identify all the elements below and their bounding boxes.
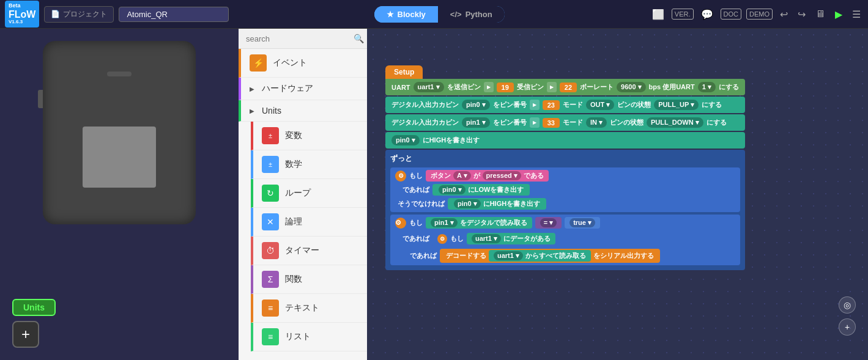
hardware-expand-arrow: ▶ <box>250 86 254 92</box>
uart-num-dropdown[interactable]: 1 ▾ <box>698 82 716 92</box>
pin1-read-dropdown[interactable]: pin1 ▾ <box>431 218 458 227</box>
uart-block[interactable]: UART uart1 ▾ を送信ピン ▸ 19 受信ピン ▸ 22 ボーレート … <box>385 79 745 95</box>
pull-down-dropdown[interactable]: PULL_DOWN ▾ <box>647 117 703 128</box>
then-low-block[interactable]: であれば pin0 ▾ にLOWを書き出す <box>402 184 735 196</box>
doc-icon[interactable]: DOC <box>721 9 741 20</box>
blockly-star-icon: ★ <box>387 10 394 19</box>
text-icon: ≡ <box>262 299 279 317</box>
mode-in-dropdown[interactable]: IN ▾ <box>586 117 607 128</box>
run-icon[interactable]: ▶ <box>833 7 845 21</box>
category-list: ⚡ イベント ▶ ハードウェア ▶ Units ± 変数 ± 数学 ↻ ル <box>239 49 367 360</box>
pin0-dropdown1[interactable]: pin0 ▾ <box>462 100 490 110</box>
btn-condition-block[interactable]: ボタン A ▾ が pressed ▾ である <box>426 170 549 182</box>
code-canvas[interactable]: Setup UART uart1 ▾ を送信ピン ▸ 19 受信ピン ▸ 22 … <box>367 29 868 360</box>
logo-beta: Beta <box>9 3 35 9</box>
baud-dropdown[interactable]: 9600 ▾ <box>617 82 646 92</box>
pin1-read-block[interactable]: pin1 ▾ をデジタルで読み取る <box>426 217 532 229</box>
eq-dropdown[interactable]: = ▾ <box>540 218 557 227</box>
logo-version: V1.6.3 <box>9 20 35 25</box>
uart1-read-dropdown[interactable]: uart1 ▾ <box>494 251 523 260</box>
editor-tab-group: ★ Blockly </> Python <box>374 6 505 23</box>
variables-icon: ± <box>262 127 279 144</box>
sidebar-item-text[interactable]: ≡ テキスト <box>251 294 367 323</box>
events-icon: ⚡ <box>250 54 267 72</box>
screen-icon[interactable]: 🖥 <box>813 7 828 21</box>
true-block[interactable]: true ▾ <box>565 217 600 229</box>
decode-block-row[interactable]: であれば デコードする uart1 ▾ からすべて読み取る をシリアル出力する <box>410 249 735 263</box>
device-preview <box>43 41 196 224</box>
menu-icon[interactable]: ☰ <box>850 7 863 21</box>
if-btn-header: ⚙ もし ボタン A ▾ が pressed ▾ である <box>395 170 735 182</box>
logo-flow: FLoW <box>9 9 35 20</box>
tab-python[interactable]: </> Python <box>438 6 505 23</box>
pin0-write-dropdown[interactable]: pin0 ▾ <box>391 135 420 145</box>
search-bar: 🔍 <box>239 29 367 49</box>
pin-num-33[interactable]: 33 <box>543 118 560 128</box>
pin-num-23[interactable]: 23 <box>543 100 560 110</box>
units-badge: Units <box>12 299 56 316</box>
pin0-high-block[interactable]: pin0 ▾ にHIGHを書き出す <box>385 132 745 149</box>
sidebar-item-units[interactable]: ▶ Units <box>239 100 367 122</box>
true-dropdown[interactable]: true ▾ <box>569 218 595 227</box>
tab-blockly[interactable]: ★ Blockly <box>374 6 438 23</box>
read-all-block[interactable]: uart1 ▾ からすべて読み取る <box>489 250 591 262</box>
zoom-in-button[interactable]: + <box>839 318 856 336</box>
pressed-dropdown[interactable]: pressed ▾ <box>483 171 521 180</box>
functions-icon: Σ <box>262 271 279 288</box>
search-icon[interactable]: 🔍 <box>354 34 364 43</box>
sidebar-item-events[interactable]: ⚡ イベント <box>239 49 367 78</box>
new-file-icon[interactable]: ⬜ <box>650 7 667 21</box>
locate-button[interactable]: ◎ <box>839 296 856 314</box>
forever-block[interactable]: ずっと ⚙ もし ボタン A ▾ が pressed ▾ である <box>385 150 745 270</box>
sidebar-item-hardware[interactable]: ▶ ハードウェア <box>239 78 367 100</box>
gear-icon3: ⚙ <box>437 234 447 244</box>
decode-block[interactable]: デコードする uart1 ▾ からすべて読み取る をシリアル出力する <box>440 249 660 263</box>
uart-data-block[interactable]: uart1 ▾ にデータがある <box>467 233 555 244</box>
then-inner-block[interactable]: であれば ⚙ もし uart1 ▾ にデータがある <box>402 231 735 246</box>
else-high-block[interactable]: そうでなければ pin0 ▾ にHIGHを書き出す <box>398 198 735 210</box>
sidebar-item-list[interactable]: ≡ リスト <box>251 323 367 351</box>
device-side-button <box>38 90 43 108</box>
add-unit-button[interactable]: + <box>12 321 39 348</box>
sidebar-item-math[interactable]: ± 数学 <box>251 150 367 179</box>
undo-icon[interactable]: ↩ <box>777 7 790 21</box>
pin1-dropdown[interactable]: pin1 ▾ <box>462 117 490 128</box>
pin0-high2-block[interactable]: pin0 ▾ にHIGHを書き出す <box>448 198 546 210</box>
pin0-low-block[interactable]: pin0 ▾ にLOWを書き出す <box>432 184 530 196</box>
btn-dropdown[interactable]: A ▾ <box>453 171 471 180</box>
sidebar-item-timer[interactable]: ⏱ タイマー <box>251 237 367 265</box>
sidebar-item-loop[interactable]: ↻ ループ <box>251 179 367 208</box>
pin0-low-dropdown[interactable]: pin0 ▾ <box>439 185 466 194</box>
redo-icon[interactable]: ↪ <box>795 7 808 21</box>
sidebar-item-variables[interactable]: ± 変数 <box>251 122 367 150</box>
pin0-else-dropdown[interactable]: pin0 ▾ <box>454 199 481 208</box>
uart1-data-dropdown[interactable]: uart1 ▾ <box>472 234 501 243</box>
mode-out-dropdown[interactable]: OUT ▾ <box>586 100 614 110</box>
search-input[interactable] <box>246 34 349 43</box>
logo: Beta FLoW V1.6.3 <box>5 1 39 28</box>
pull-up-dropdown[interactable]: PULL_UP ▾ <box>654 100 699 110</box>
header: Beta FLoW V1.6.3 📄 プロジェクト Atomic_QR ★ Bl… <box>0 0 868 29</box>
eq-block[interactable]: = ▾ <box>535 217 562 229</box>
if-pin1-block[interactable]: ⚙ もし pin1 ▾ をデジタルで読み取る = ▾ true ▾ <box>390 215 740 265</box>
block-workspace: Setup UART uart1 ▾ を送信ピン ▸ 19 受信ピン ▸ 22 … <box>385 65 745 270</box>
digital-pin2-block[interactable]: デジタル入出力カピン pin1 ▾ をピン番号 ▸ 33 モード IN ▾ ピン… <box>385 114 745 131</box>
demo-icon[interactable]: DEMO <box>746 9 773 20</box>
block-categories-panel: 🔍 ⚡ イベント ▶ ハードウェア ▶ Units ± 変数 ± 数学 <box>239 29 367 360</box>
comment-icon[interactable]: 💬 <box>699 7 716 21</box>
project-name[interactable]: Atomic_QR <box>119 7 229 22</box>
rx-pin-val[interactable]: 22 <box>560 83 577 92</box>
inner-if-block[interactable]: ⚙ もし uart1 ▾ にデータがある <box>432 231 560 246</box>
uart-dropdown[interactable]: uart1 ▾ <box>414 82 444 92</box>
digital-pin1-block[interactable]: デジタル入出力カピン pin0 ▾ をピン番号 ▸ 23 モード OUT ▾ ピ… <box>385 97 745 113</box>
version-icon[interactable]: VER. <box>672 9 694 20</box>
sidebar-item-functions[interactable]: Σ 関数 <box>251 265 367 294</box>
left-panel: Units + <box>0 29 239 360</box>
project-button[interactable]: 📄 プロジェクト <box>44 6 114 23</box>
if-pin1-header: ⚙ もし pin1 ▾ をデジタルで読み取る = ▾ true ▾ <box>395 217 735 229</box>
timer-icon: ⏱ <box>262 242 279 259</box>
tx-pin-val[interactable]: 19 <box>497 83 514 92</box>
setup-block[interactable]: Setup <box>385 65 423 79</box>
if-btn-block[interactable]: ⚙ もし ボタン A ▾ が pressed ▾ である であれば <box>390 167 740 212</box>
sidebar-item-logic[interactable]: ✕ 論理 <box>251 208 367 237</box>
